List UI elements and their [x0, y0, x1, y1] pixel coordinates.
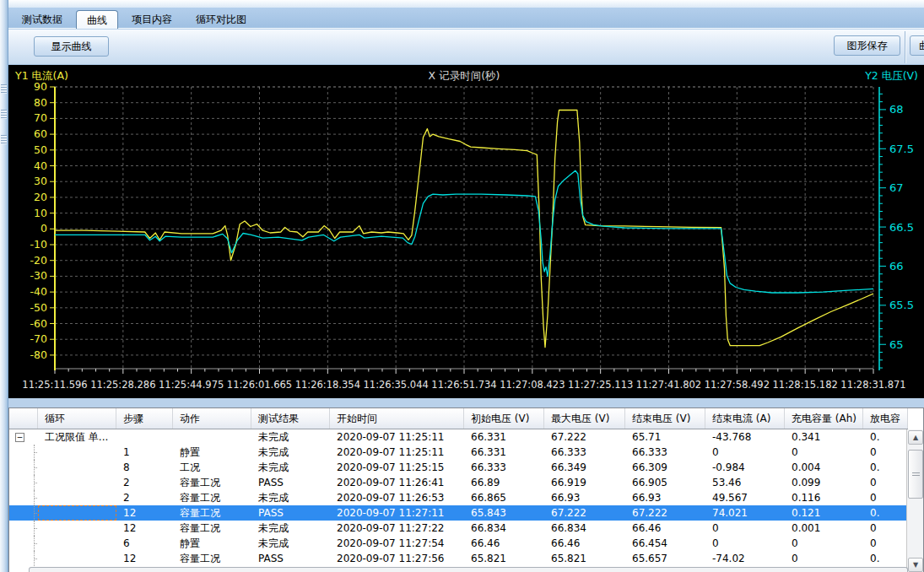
cell-3: PASS — [251, 475, 330, 490]
svg-text:67.5: 67.5 — [889, 143, 914, 155]
curve-chart[interactable]: 9080706050403020100-10-20-30-40-50-60-70… — [8, 65, 924, 398]
svg-text:11:27:41.802: 11:27:41.802 — [636, 379, 701, 391]
table-row[interactable]: 12容量工况未完成2020-09-07 11:27:2266.83466.834… — [9, 521, 908, 536]
svg-text:11:26:35.044: 11:26:35.044 — [364, 379, 429, 391]
cell-3: 未完成 — [251, 521, 330, 536]
cell-5: 66.834 — [464, 521, 544, 536]
cell-5: 66.89 — [464, 475, 544, 490]
cell-0 — [38, 536, 116, 551]
table-row[interactable]: 6静置未完成2020-09-07 11:27:5466.4666.4666.45… — [9, 536, 908, 551]
column-header-9[interactable]: 结束电流 (A) — [705, 408, 785, 429]
cell-9: 0 — [785, 445, 863, 460]
cell-3: 未完成 — [251, 536, 330, 551]
column-header-0[interactable] — [9, 408, 38, 429]
svg-text:11:25:44.975: 11:25:44.975 — [159, 379, 224, 391]
cell-3: PASS — [251, 551, 330, 566]
svg-text:-20: -20 — [30, 254, 47, 267]
table-row[interactable]: 12容量工况PASS2020-09-07 11:27:1165.84367.22… — [9, 505, 908, 521]
cell-8: -43.768 — [705, 429, 785, 445]
svg-text:30: 30 — [34, 175, 47, 187]
column-header-8[interactable]: 结束电压 (V) — [625, 408, 705, 429]
table-row[interactable]: 2容量工况PASS2020-09-07 11:26:4166.8966.9196… — [9, 475, 908, 490]
column-header-5[interactable]: 开始时间 — [330, 408, 464, 429]
cell-4: 2020-09-07 11:25:15 — [330, 460, 464, 475]
tab-test-data[interactable]: 测试数据 — [12, 10, 73, 29]
cell-4: 2020-09-07 11:25:11 — [330, 445, 464, 460]
cell-7: 66.454 — [625, 536, 705, 551]
column-header-1[interactable]: 循环 — [38, 408, 116, 429]
cell-2: 容量工况 — [173, 475, 251, 490]
horizontal-scrollbar[interactable] — [29, 567, 908, 572]
column-header-7[interactable]: 最大电压 (V) — [544, 408, 625, 429]
cell-1: 8 — [116, 460, 173, 475]
column-header-2[interactable]: 步骤 — [116, 408, 173, 429]
tree-cell — [9, 536, 38, 551]
cell-6: 66.834 — [544, 521, 625, 536]
cell-8: 0 — [705, 536, 785, 551]
chart-canvas: 9080706050403020100-10-20-30-40-50-60-70… — [8, 65, 924, 398]
table-body: −工况限值 单...未完成2020-09-07 11:25:1166.33167… — [9, 429, 908, 566]
table-row[interactable]: 1静置未完成2020-09-07 11:25:1166.33166.33366.… — [9, 445, 908, 460]
table-row[interactable]: 2容量工况未完成2020-09-07 11:26:5366.86566.9366… — [9, 490, 908, 505]
tree-cell — [9, 460, 38, 475]
svg-text:-70: -70 — [30, 332, 47, 345]
cell-1: 2 — [116, 475, 173, 490]
column-header-6[interactable]: 初始电压 (V) — [464, 408, 544, 429]
cell-6: 66.919 — [544, 475, 625, 490]
cell-0 — [38, 475, 116, 490]
collapse-expand-icon[interactable]: − — [15, 433, 24, 442]
cell-6: 66.333 — [544, 445, 625, 460]
tab-curve[interactable]: 曲线 — [76, 10, 118, 29]
svg-text:11:26:51.734: 11:26:51.734 — [431, 379, 496, 391]
column-header-3[interactable]: 动作 — [173, 408, 251, 429]
cell-3: 未完成 — [251, 490, 330, 505]
svg-text:80: 80 — [34, 96, 47, 109]
svg-text:60: 60 — [34, 127, 47, 140]
table-group-row[interactable]: −工况限值 单...未完成2020-09-07 11:25:1166.33167… — [9, 429, 908, 445]
toolbar-divider — [905, 31, 905, 63]
cell-10: 0. — [863, 429, 908, 445]
cell-1: 1 — [116, 445, 173, 460]
column-header-11[interactable]: 放电容 — [863, 408, 908, 429]
panel-gripper-icon — [1, 84, 7, 94]
svg-text:68: 68 — [889, 103, 904, 116]
tree-cell — [9, 490, 38, 505]
cell-1 — [116, 429, 173, 445]
table-row[interactable]: 8工况未完成2020-09-07 11:25:1566.33366.34966.… — [9, 460, 908, 475]
svg-text:11:26:18.354: 11:26:18.354 — [295, 379, 360, 391]
svg-text:-60: -60 — [30, 317, 47, 330]
battery-test-app: 测试数据 曲线 项目内容 循环对比图 显示曲线 图形保存 曲 908070605… — [0, 0, 924, 572]
tab-cycle-comparison[interactable]: 循环对比图 — [186, 10, 257, 29]
cell-1: 12 — [116, 521, 173, 536]
save-graphic-button[interactable]: 图形保存 — [834, 35, 900, 56]
cell-2 — [173, 429, 251, 445]
cell-1: 12 — [116, 551, 173, 566]
arrow-down-icon: ▼ — [913, 561, 918, 569]
cell-10: 0 — [863, 521, 908, 536]
cell-2: 静置 — [173, 536, 251, 551]
svg-text:-40: -40 — [30, 285, 47, 298]
cell-9: 0.001 — [785, 521, 863, 536]
collapsed-side-panel[interactable] — [0, 0, 8, 572]
table-row[interactable]: 12容量工况PASS2020-09-07 11:27:5665.82165.82… — [9, 551, 908, 566]
vertical-scrollbar[interactable]: ▲ ▼ — [906, 429, 923, 572]
curve-settings-button-truncated[interactable]: 曲 — [910, 35, 924, 56]
results-table: 循环步骤动作测试结果开始时间初始电压 (V)最大电压 (V)结束电压 (V)结束… — [8, 407, 924, 572]
svg-text:50: 50 — [34, 143, 47, 156]
svg-text:X 记录时间(秒): X 记录时间(秒) — [429, 69, 500, 82]
svg-text:10: 10 — [34, 207, 47, 219]
column-header-4[interactable]: 测试结果 — [251, 408, 330, 429]
scroll-up-button[interactable]: ▲ — [908, 430, 923, 445]
cell-1: 2 — [116, 490, 173, 505]
cell-4: 2020-09-07 11:25:11 — [330, 429, 464, 445]
cell-6: 67.222 — [544, 429, 625, 445]
tab-project-content[interactable]: 项目内容 — [122, 10, 182, 29]
cell-7: 65.657 — [625, 551, 705, 566]
scrollbar-thumb[interactable] — [908, 450, 923, 499]
scroll-down-button[interactable]: ▼ — [908, 558, 923, 572]
tab-bar: 测试数据 曲线 项目内容 循环对比图 — [8, 8, 924, 29]
show-curve-button[interactable]: 显示曲线 — [34, 36, 109, 57]
column-header-10[interactable]: 充电容量 (Ah) — [785, 408, 863, 429]
svg-text:66: 66 — [889, 260, 904, 273]
cell-10: 0 — [863, 445, 908, 460]
